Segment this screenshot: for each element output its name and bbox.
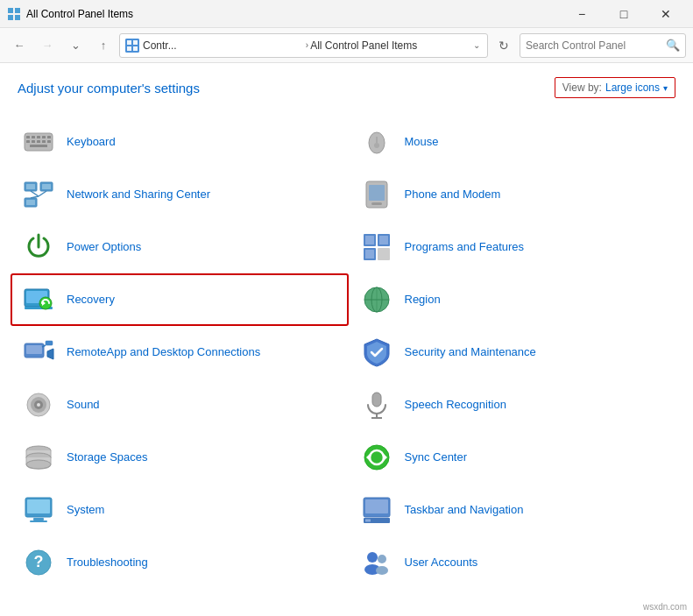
svg-text:?: ?	[34, 553, 44, 570]
svg-rect-17	[37, 140, 40, 143]
speech-icon	[359, 387, 394, 422]
view-control[interactable]: View by: Large icons ▾	[555, 77, 675, 98]
svg-rect-19	[47, 140, 51, 143]
page-title: Adjust your computer's settings	[18, 81, 200, 96]
maximize-button[interactable]: □	[604, 0, 644, 28]
address-dropdown-arrow: ⌄	[473, 40, 480, 50]
svg-rect-10	[26, 136, 30, 138]
remote-icon	[21, 335, 56, 370]
item-region[interactable]: Region	[349, 273, 687, 326]
phone-icon	[359, 177, 394, 212]
back-button[interactable]: ←	[7, 33, 32, 58]
search-input[interactable]	[526, 39, 666, 52]
breadcrumb-current: All Control Panel Items	[310, 39, 471, 52]
svg-point-82	[378, 555, 386, 563]
svg-point-83	[376, 566, 388, 575]
svg-line-32	[31, 196, 39, 198]
item-power[interactable]: Power Options	[11, 221, 349, 273]
svg-rect-25	[26, 184, 35, 189]
svg-rect-29	[26, 200, 35, 205]
keyboard-icon	[21, 124, 56, 159]
items-grid: KeyboardMouseNetwork and Sharing CenterP…	[11, 116, 686, 589]
view-by-value: Large icons	[605, 81, 660, 94]
system-icon	[21, 492, 56, 527]
close-button[interactable]: ✕	[646, 0, 686, 28]
svg-rect-2	[8, 15, 13, 20]
up-button[interactable]: ↑	[91, 33, 116, 58]
item-programs[interactable]: Programs and Features	[349, 221, 687, 273]
address-bar: ← → ⌄ ↑ Contr... › All Control Panel Ite…	[0, 28, 693, 63]
item-label-storage: Storage Spaces	[67, 450, 148, 465]
item-trouble[interactable]: ?Troubleshooting	[11, 536, 349, 589]
item-remote[interactable]: RemoteApp and Desktop Connections	[11, 326, 349, 379]
item-sound[interactable]: Sound	[11, 379, 349, 431]
dropdown-button[interactable]: ⌄	[63, 33, 88, 58]
svg-rect-73	[30, 520, 47, 522]
item-label-mouse: Mouse	[405, 135, 439, 150]
minimize-button[interactable]: −	[562, 0, 602, 28]
svg-rect-75	[365, 499, 388, 513]
item-label-sync: Sync Center	[405, 450, 468, 465]
svg-rect-8	[133, 46, 138, 51]
svg-rect-39	[379, 236, 388, 244]
item-label-system: System	[67, 503, 104, 518]
title-bar: All Control Panel Items − □ ✕	[0, 0, 693, 28]
item-taskbar[interactable]: Taskbar and Navigation	[349, 484, 687, 536]
address-field[interactable]: Contr... › All Control Panel Items ⌄	[119, 33, 488, 58]
svg-point-23	[374, 143, 379, 148]
svg-rect-35	[371, 202, 382, 205]
item-mouse[interactable]: Mouse	[349, 116, 687, 168]
view-by-label: View by:	[562, 81, 602, 94]
item-label-remote: RemoteApp and Desktop Connections	[67, 345, 260, 360]
svg-rect-20	[30, 145, 47, 147]
svg-rect-16	[32, 140, 35, 143]
item-label-programs: Programs and Features	[405, 240, 525, 255]
svg-rect-13	[42, 136, 46, 138]
svg-rect-6	[133, 40, 138, 45]
app-icon	[7, 7, 21, 21]
svg-rect-27	[42, 184, 51, 189]
item-speech[interactable]: Speech Recognition	[349, 379, 687, 431]
svg-rect-71	[27, 499, 50, 513]
window-controls: − □ ✕	[562, 0, 686, 28]
svg-rect-77	[365, 520, 371, 522]
security-icon	[359, 335, 394, 370]
svg-rect-18	[42, 140, 46, 143]
main-content: Adjust your computer's settings View by:…	[0, 63, 693, 616]
search-box[interactable]: 🔍	[520, 33, 686, 58]
watermark: wsxdn.com	[640, 601, 689, 612]
forward-button[interactable]: →	[35, 33, 60, 58]
svg-rect-7	[127, 46, 131, 51]
item-network[interactable]: Network and Sharing Center	[11, 168, 349, 221]
item-keyboard[interactable]: Keyboard	[11, 116, 349, 168]
svg-rect-1	[15, 8, 20, 13]
item-storage[interactable]: Storage Spaces	[11, 431, 349, 484]
item-label-network: Network and Sharing Center	[67, 188, 210, 202]
items-container: KeyboardMouseNetwork and Sharing CenterP…	[0, 109, 693, 616]
breadcrumb-arrow: ›	[306, 40, 308, 50]
svg-rect-37	[365, 236, 374, 244]
svg-rect-53	[26, 345, 42, 354]
svg-marker-56	[47, 349, 53, 359]
taskbar-icon	[359, 492, 394, 527]
svg-rect-15	[26, 140, 30, 143]
network-icon	[21, 177, 56, 212]
item-recovery[interactable]: Recovery	[11, 273, 349, 326]
item-security[interactable]: Security and Maintenance	[349, 326, 687, 379]
svg-rect-72	[33, 518, 44, 520]
svg-rect-34	[369, 185, 385, 201]
svg-point-80	[367, 552, 378, 563]
refresh-button[interactable]: ↻	[491, 33, 516, 58]
item-user[interactable]: User Accounts	[349, 536, 687, 589]
item-system[interactable]: System	[11, 484, 349, 536]
power-icon	[21, 230, 56, 265]
item-label-recovery: Recovery	[67, 293, 115, 308]
item-sync[interactable]: Sync Center	[349, 431, 687, 484]
item-label-region: Region	[405, 293, 441, 308]
item-phone[interactable]: Phone and Modem	[349, 168, 687, 221]
region-icon	[359, 282, 394, 317]
search-icon[interactable]: 🔍	[666, 39, 680, 52]
sync-icon	[359, 440, 394, 475]
svg-rect-0	[8, 8, 13, 13]
svg-rect-14	[47, 136, 51, 138]
